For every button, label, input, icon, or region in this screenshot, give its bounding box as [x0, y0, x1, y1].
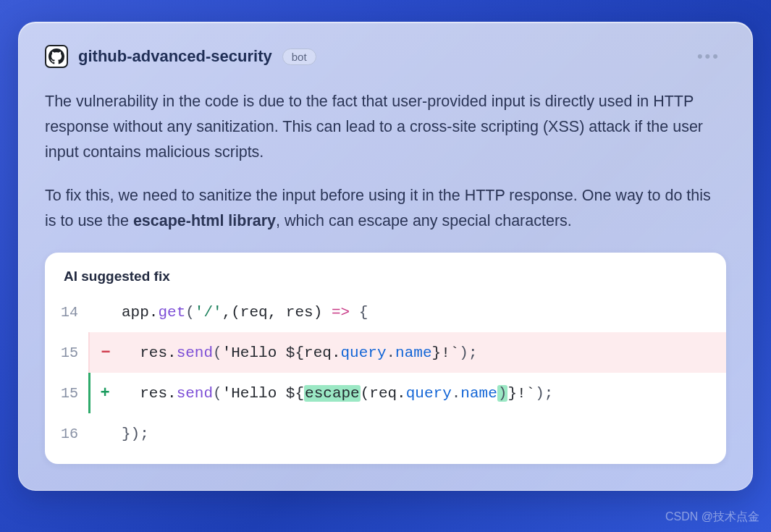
diff-marker — [88, 292, 122, 332]
desc-strong: escape-html library — [133, 212, 276, 229]
code-content: res.send('Hello ${escape(req.query.name)… — [122, 373, 726, 413]
code-title: AI suggested fix — [45, 253, 726, 292]
github-icon — [45, 45, 68, 68]
bot-name: github-advanced-security — [78, 47, 272, 66]
line-number: 16 — [45, 413, 88, 454]
description-paragraph-1: The vulnerability in the code is due to … — [45, 89, 726, 164]
more-icon[interactable]: ••• — [691, 44, 726, 69]
line-number: 15 — [45, 332, 88, 373]
bot-badge: bot — [282, 48, 316, 65]
code-line-added: 15 + res.send('Hello ${escape(req.query.… — [45, 373, 726, 413]
code-diff: 14 app.get('/',(req, res) => { 15 − res.… — [45, 292, 726, 454]
code-content: res.send('Hello ${req.query.name}!`); — [122, 332, 726, 373]
comment-header: github-advanced-security bot ••• — [45, 44, 726, 69]
comment-body: The vulnerability in the code is due to … — [45, 89, 726, 234]
code-line: 16 }); — [45, 413, 726, 454]
code-content: app.get('/',(req, res) => { — [122, 292, 726, 332]
diff-marker — [88, 413, 122, 454]
description-paragraph-2: To fix this, we need to sanitize the inp… — [45, 183, 726, 234]
watermark: CSDN @技术点金 — [665, 510, 759, 525]
code-line-removed: 15 − res.send('Hello ${req.query.name}!`… — [45, 332, 726, 373]
line-number: 14 — [45, 292, 88, 332]
desc-text: , which can escape any special character… — [276, 212, 572, 229]
line-number: 15 — [45, 373, 88, 413]
comment-card: github-advanced-security bot ••• The vul… — [18, 22, 753, 491]
diff-marker-minus: − — [88, 332, 122, 373]
suggested-fix-card: AI suggested fix 14 app.get('/',(req, re… — [45, 253, 726, 464]
diff-marker-plus: + — [88, 373, 122, 413]
code-line: 14 app.get('/',(req, res) => { — [45, 292, 726, 332]
code-content: }); — [122, 413, 726, 454]
